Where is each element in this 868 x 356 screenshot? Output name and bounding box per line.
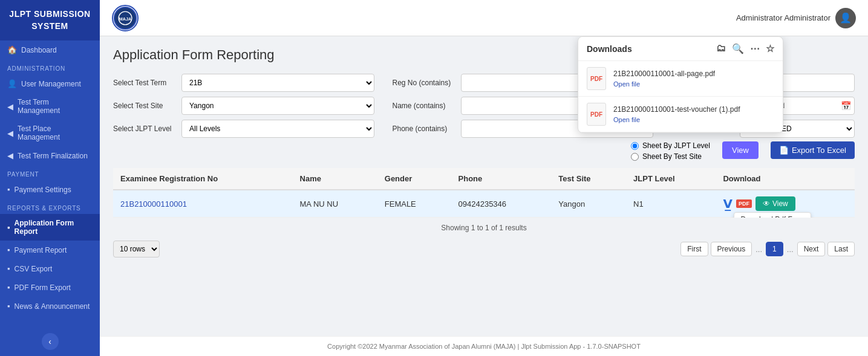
test-site-label: Select Test Site <box>113 102 177 110</box>
radio-jlpt-label: Sheet By JLPT Level <box>642 141 710 150</box>
square-icon: ▪ <box>7 302 10 311</box>
download-file-info-0: 21B210000110001-all-page.pdf Open file <box>613 70 774 88</box>
main-area: MAJA Administrator Administrator 👤 Appli… <box>100 0 868 356</box>
chevron-icon: ◀ <box>7 151 13 160</box>
sidebar-item-label: PDF Form Export <box>15 283 71 292</box>
sidebar-collapse-area: ‹ <box>0 327 100 356</box>
pdf-download-icon[interactable]: PDF <box>736 199 752 208</box>
col-reg-no: Examinee Registration No <box>113 168 293 190</box>
cell-test-site: Yangon <box>551 190 626 218</box>
more-icon[interactable]: ⋯ <box>750 43 760 54</box>
logo-svg: MAJA <box>113 6 137 30</box>
test-term-select[interactable]: 21B 21A 20B <box>181 74 374 92</box>
open-file-link-0[interactable]: Open file <box>613 80 640 88</box>
col-gender: Gender <box>377 168 451 190</box>
phone-label: Phone (contains) <box>393 125 456 133</box>
showing-text: Showing 1 to 1 of 1 results <box>113 224 855 232</box>
admin-name: Administrator Administrator <box>736 13 830 22</box>
view-button[interactable]: View <box>722 141 759 159</box>
footer-text: Copyright ©2022 Myanmar Association of J… <box>327 343 641 350</box>
svg-text:MAJA: MAJA <box>119 16 132 21</box>
sidebar-item-news-announcement[interactable]: ▪ News & Announcement <box>0 297 100 316</box>
sidebar-item-dashboard[interactable]: 🏠 Dashboard <box>0 40 100 59</box>
filter-row-test-site: Select Test Site Yangon Mandalay <box>113 97 374 115</box>
download-item-0: PDF 21B210000110001-all-page.pdf Open fi… <box>578 61 783 97</box>
sidebar-collapse-button[interactable]: ‹ <box>42 333 59 350</box>
cell-jlpt-level: N1 <box>626 190 716 218</box>
page-next-button[interactable]: Next <box>797 242 826 256</box>
sidebar-item-label: Application Form Report <box>15 219 93 236</box>
user-icon: 👤 <box>7 79 17 88</box>
radio-sheet-jlpt[interactable] <box>631 142 639 150</box>
export-button[interactable]: 📄 Export To Excel <box>771 141 855 159</box>
square-icon: ▪ <box>7 283 10 292</box>
filter-row-test-term: Select Test Term 21B 21A 20B <box>113 74 374 92</box>
square-icon: ▪ <box>7 223 10 232</box>
dashboard-icon: 🏠 <box>7 45 17 54</box>
cell-download: V̲ PDF 👁 View Download Pdf Form <box>716 190 855 218</box>
folder-icon[interactable]: 🗂 <box>716 43 726 54</box>
sidebar-section-payment: PAYMENT <box>0 165 100 180</box>
col-download: Download <box>716 168 855 190</box>
page-dots-after: ... <box>786 245 795 254</box>
page-1-button[interactable]: 1 <box>766 242 783 256</box>
square-icon: ▪ <box>7 245 10 254</box>
sidebar-item-payment-report[interactable]: ▪ Payment Report <box>0 241 100 259</box>
jlpt-level-select[interactable]: All Levels N1N2N3N4N5 <box>181 120 374 138</box>
sidebar-item-test-place-management[interactable]: ◀ Test Place Management <box>0 120 100 146</box>
vuetify-download-icon[interactable]: V̲ <box>723 196 732 211</box>
filter-col-1: Select Test Term 21B 21A 20B Select Test… <box>113 74 374 138</box>
sidebar-item-test-term-finalization[interactable]: ◀ Test Term Finalization <box>0 146 100 165</box>
footer: Copyright ©2022 Myanmar Association of J… <box>100 336 868 356</box>
sidebar-item-application-form-report[interactable]: ▪ Application Form Report <box>0 214 100 241</box>
pdf-file-icon-2: PDF <box>587 103 606 126</box>
pagination-buttons: First Previous ... 1 ... Next Last <box>680 242 855 256</box>
radio-sheet-site[interactable] <box>631 153 639 161</box>
rows-per-page-select[interactable]: 10 rows 25 rows 50 rows <box>113 241 160 257</box>
search-icon[interactable]: 🔍 <box>732 43 744 54</box>
page-previous-button[interactable]: Previous <box>711 242 752 256</box>
calendar-icon[interactable]: 📅 <box>841 101 851 111</box>
downloads-title: Downloads <box>587 44 632 54</box>
pagination-area: 10 rows 25 rows 50 rows First Previous .… <box>113 241 855 257</box>
download-pdf-tooltip: Download Pdf Form <box>734 212 811 218</box>
content-area: Application Form Reporting Select Test T… <box>100 36 868 336</box>
sidebar-item-user-management[interactable]: 👤 User Management <box>0 74 100 93</box>
sidebar-item-payment-settings[interactable]: ▪ Payment Settings <box>0 180 100 199</box>
cell-phone: 09424235346 <box>451 190 552 218</box>
file-icon: 📄 <box>779 146 789 155</box>
downloads-popup: Downloads 🗂 🔍 ⋯ ☆ PDF 21B210000110001-al… <box>578 36 783 133</box>
page-first-button[interactable]: First <box>680 242 708 256</box>
test-site-select[interactable]: Yangon Mandalay <box>181 97 374 115</box>
name-label: Name (contains) <box>393 102 456 110</box>
download-file-name-1: 21B210000110001-test-voucher (1).pdf <box>613 105 774 114</box>
logo-area: MAJA <box>112 5 139 31</box>
chevron-icon: ◀ <box>7 102 13 111</box>
open-file-link-1[interactable]: Open file <box>613 116 640 123</box>
star-icon[interactable]: ☆ <box>766 43 774 54</box>
radio-row-jlpt: Sheet By JLPT Level <box>631 141 710 150</box>
sheet-options: Sheet By JLPT Level Sheet By Test Site <box>631 141 710 161</box>
sidebar-section-administration: ADMINISTRATION <box>0 59 100 74</box>
col-test-site: Test Site <box>551 168 626 190</box>
sidebar-item-pdf-form-export[interactable]: ▪ PDF Form Export <box>0 278 100 297</box>
rows-select: 10 rows 25 rows 50 rows <box>113 241 160 257</box>
view-row-button[interactable]: 👁 View <box>755 196 795 211</box>
sidebar-title: JLPT SUBMISSION SYSTEM <box>0 0 100 40</box>
reg-no-label: Reg No (contains) <box>393 79 456 87</box>
avatar: 👤 <box>835 8 856 28</box>
sidebar-item-test-term-management[interactable]: ◀ Test Term Management <box>0 93 100 120</box>
sidebar-item-csv-export[interactable]: ▪ CSV Export <box>0 259 100 278</box>
download-file-info-1: 21B210000110001-test-voucher (1).pdf Ope… <box>613 105 774 124</box>
col-name: Name <box>293 168 377 190</box>
square-icon: ▪ <box>7 185 10 194</box>
page-last-button[interactable]: Last <box>827 242 855 256</box>
reg-no-link[interactable]: 21B210000110001 <box>120 199 187 209</box>
sidebar: JLPT SUBMISSION SYSTEM 🏠 Dashboard ADMIN… <box>0 0 100 356</box>
sidebar-section-reports: REPORTS & EXPORTS <box>0 199 100 214</box>
downloads-header: Downloads 🗂 🔍 ⋯ ☆ <box>578 37 783 61</box>
sidebar-item-label: Test Place Management <box>18 125 93 141</box>
download-item-1: PDF 21B210000110001-test-voucher (1).pdf… <box>578 97 783 132</box>
sidebar-item-label: CSV Export <box>15 265 53 273</box>
chevron-icon: ◀ <box>7 129 13 138</box>
